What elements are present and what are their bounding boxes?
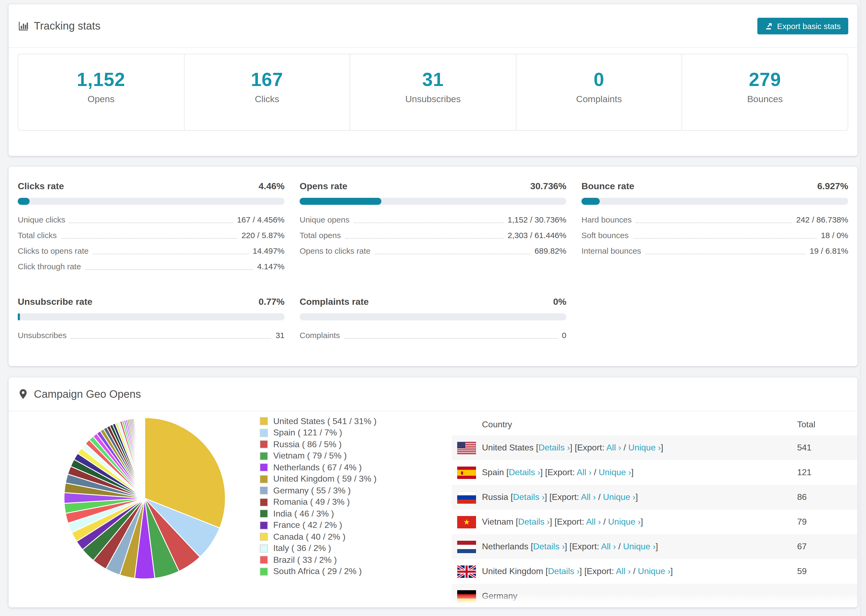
export-all-link[interactable]: All › <box>601 542 616 551</box>
page-scrollbar[interactable] <box>860 0 866 616</box>
country-name: Russia <box>482 492 508 501</box>
export-unique-link[interactable]: Unique › <box>628 443 661 452</box>
export-all-link[interactable]: All › <box>576 468 591 477</box>
legend-item-brazil[interactable]: Brazil ( 33 / 2% ) <box>260 554 376 566</box>
rate-row-total-clicks: Total clicks220 / 5.87% <box>18 227 285 243</box>
rate-row-value: 18 / 0% <box>821 231 848 240</box>
legend-item-romania[interactable]: Romania ( 49 / 3% ) <box>260 497 376 508</box>
stat-value: 31 <box>350 69 516 90</box>
legend-label: Vietnam ( 79 / 5% ) <box>273 451 347 461</box>
progress-bar-fill <box>581 198 600 205</box>
export-unique-link[interactable]: Unique › <box>638 567 671 576</box>
stats-row: 1,152Opens167Clicks31Unsubscribes0Compla… <box>18 54 848 130</box>
export-unique-link[interactable]: Unique › <box>599 468 631 477</box>
legend-label: Netherlands ( 67 / 4% ) <box>273 463 362 473</box>
stat-label: Unsubscribes <box>350 94 516 105</box>
legend-swatch <box>260 487 268 495</box>
bottom-fade <box>9 593 857 607</box>
legend-label: Canada ( 40 / 2% ) <box>273 532 346 542</box>
united-states-flag-icon <box>457 442 476 454</box>
total-cell: 67 <box>797 534 807 559</box>
geo-card-title: Campaign Geo Opens <box>34 388 141 400</box>
rate-row-label: Internal bounces <box>581 246 641 255</box>
dotted-leader <box>93 254 248 254</box>
country-name: Netherlands <box>482 542 529 551</box>
country-cell: United Kingdom [Details ›] [Export: All … <box>482 559 673 584</box>
geo-table-row-united-states: United States [Details ›] [Export: All ›… <box>452 435 857 460</box>
dotted-leader <box>375 254 530 254</box>
geo-table-row-vietnam: ★Vietnam [Details ›] [Export: All › / Un… <box>452 509 857 534</box>
rate-title: Opens rate <box>299 180 348 193</box>
stat-label: Opens <box>18 94 184 105</box>
rate-row-label: Clicks to opens rate <box>18 246 88 255</box>
rate-header: Bounce rate6.927% <box>581 180 848 193</box>
country-name: United States <box>482 443 534 452</box>
legend-swatch <box>260 545 268 553</box>
legend-label: France ( 42 / 2% ) <box>273 520 342 530</box>
legend-label: Germany ( 55 / 3% ) <box>273 486 351 496</box>
export-unique-link[interactable]: Unique › <box>608 517 641 526</box>
legend-item-south-africa[interactable]: South Africa ( 29 / 2% ) <box>260 566 376 577</box>
export-basic-stats-button[interactable]: Export basic stats <box>757 17 848 34</box>
legend-item-united-kingdom[interactable]: United Kingdom ( 59 / 3% ) <box>260 473 376 485</box>
rate-block-unsubscribe-rate: Unsubscribe rate0.77%Unsubscribes31 <box>18 295 285 343</box>
legend-item-india[interactable]: India ( 46 / 3% ) <box>260 508 376 520</box>
netherlands-flag-icon <box>457 541 476 553</box>
rate-row-soft-bounces: Soft bounces18 / 0% <box>581 227 848 243</box>
export-all-link[interactable]: All › <box>586 517 601 526</box>
legend-swatch <box>260 440 268 449</box>
rate-row-complaints: Complaints0 <box>299 327 567 343</box>
legend-swatch <box>260 452 268 460</box>
details-link[interactable]: Details › <box>538 443 570 452</box>
legend-label: South Africa ( 29 / 2% ) <box>273 567 362 577</box>
country-column-header: Country <box>482 420 512 429</box>
legend-item-russia[interactable]: Russia ( 86 / 5% ) <box>260 438 376 450</box>
rate-header: Complaints rate0% <box>299 295 567 308</box>
rate-block-opens-rate: Opens rate30.736%Unique opens1,152 / 30.… <box>299 180 567 274</box>
legend-label: Romania ( 49 / 3% ) <box>273 498 350 507</box>
total-cell: 59 <box>797 559 807 584</box>
spain-flag-icon <box>457 466 476 479</box>
details-link[interactable]: Details › <box>518 517 550 526</box>
rate-row-value: 167 / 4.456% <box>237 215 285 224</box>
progress-bar-track <box>581 198 848 205</box>
details-link[interactable]: Details › <box>548 567 579 576</box>
geo-table-row-netherlands: Netherlands [Details ›] [Export: All › /… <box>452 534 857 559</box>
stat-box-bounces: 279Bounces <box>682 54 848 130</box>
tracking-stats-header: Tracking stats Export basic stats <box>9 4 857 48</box>
rate-row-unique-opens: Unique opens1,152 / 30.736% <box>299 212 567 227</box>
legend-label: Brazil ( 33 / 2% ) <box>273 555 337 565</box>
details-link[interactable]: Details › <box>509 468 540 477</box>
total-cell: 541 <box>797 435 811 460</box>
legend-item-united-states[interactable]: United States ( 541 / 31% ) <box>260 415 376 427</box>
geo-card-header: Campaign Geo Opens <box>9 377 857 411</box>
legend-item-germany[interactable]: Germany ( 55 / 3% ) <box>260 485 376 497</box>
legend-item-vietnam[interactable]: Vietnam ( 79 / 5% ) <box>260 450 376 462</box>
rate-percent-value: 4.46% <box>259 180 285 193</box>
rate-rows: Complaints0 <box>299 327 567 343</box>
rate-row-value: 4.147% <box>257 262 285 271</box>
export-unique-link[interactable]: Unique › <box>623 542 656 551</box>
united-kingdom-flag-icon <box>457 565 476 578</box>
details-link[interactable]: Details › <box>533 542 565 551</box>
country-cell: United States [Details ›] [Export: All ›… <box>482 435 663 460</box>
export-all-link[interactable]: All › <box>581 492 596 501</box>
rate-row-label: Opens to clicks rate <box>299 246 370 255</box>
bar-chart-icon <box>18 20 28 31</box>
export-all-link[interactable]: All › <box>616 567 631 576</box>
export-all-link[interactable]: All › <box>606 443 621 452</box>
legend-item-spain[interactable]: Spain ( 121 / 7% ) <box>260 427 376 438</box>
rate-row-unsubscribes: Unsubscribes31 <box>18 327 285 343</box>
details-link[interactable]: Details › <box>513 492 545 501</box>
rate-percent-value: 6.927% <box>817 180 848 193</box>
stat-box-clicks: 167Clicks <box>184 54 350 130</box>
legend-item-italy[interactable]: Italy ( 36 / 2% ) <box>260 543 376 554</box>
dashboard-page: Tracking stats Export basic stats 1,152O… <box>0 0 866 616</box>
rate-row-label: Complaints <box>299 331 340 340</box>
export-unique-link[interactable]: Unique › <box>603 492 636 501</box>
legend-item-canada[interactable]: Canada ( 40 / 2% ) <box>260 531 376 543</box>
geo-opens-table: Country Total United States [Details ›] … <box>452 414 857 607</box>
legend-item-netherlands[interactable]: Netherlands ( 67 / 4% ) <box>260 462 376 473</box>
legend-item-france[interactable]: France ( 42 / 2% ) <box>260 520 376 531</box>
progress-bar-track <box>299 313 567 321</box>
